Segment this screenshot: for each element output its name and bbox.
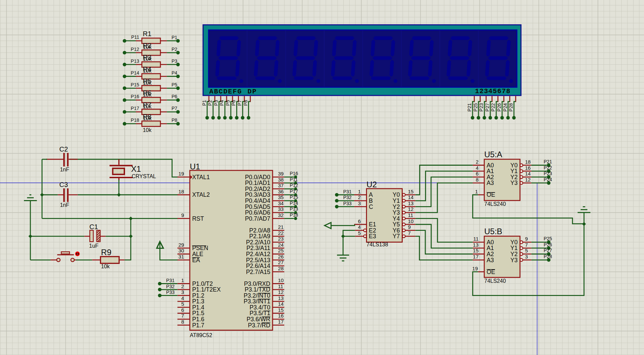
svg-text:P28: P28 [508, 103, 514, 112]
svg-text:P27: P27 [544, 248, 552, 253]
svg-text:1: 1 [358, 189, 361, 194]
svg-text:P33: P33 [166, 290, 175, 295]
svg-text:5: 5 [358, 230, 361, 236]
svg-text:C2: C2 [59, 145, 68, 153]
svg-text:10: 10 [408, 218, 414, 224]
svg-text:P22: P22 [490, 103, 496, 112]
svg-text:1: 1 [181, 277, 184, 283]
svg-text:P5: P5 [225, 100, 231, 106]
svg-text:16: 16 [525, 165, 531, 171]
svg-text:19: 19 [472, 266, 478, 271]
svg-text:9: 9 [408, 224, 411, 230]
svg-text:21: 21 [278, 224, 284, 230]
svg-text:C: C [369, 203, 373, 210]
svg-text:P1: P1 [202, 100, 207, 106]
svg-text:P3: P3 [172, 58, 177, 64]
svg-text:P21: P21 [544, 159, 552, 164]
svg-text:P3: P3 [213, 100, 219, 106]
svg-text:74LS240: 74LS240 [484, 201, 506, 207]
svg-text:14: 14 [278, 301, 284, 307]
svg-text:P12: P12 [290, 183, 298, 188]
svg-text:18: 18 [525, 159, 531, 165]
svg-text:25: 25 [278, 248, 284, 253]
svg-text:P33: P33 [343, 201, 351, 206]
svg-text:P23: P23 [544, 171, 552, 176]
svg-text:Y7: Y7 [393, 233, 400, 240]
svg-text:11: 11 [278, 283, 283, 289]
svg-text:U5:A: U5:A [484, 150, 502, 159]
svg-text:34: 34 [278, 200, 284, 206]
svg-text:P4: P4 [172, 70, 177, 76]
svg-text:1: 1 [475, 189, 478, 194]
svg-text:P14: P14 [131, 70, 139, 76]
svg-text:10: 10 [278, 277, 284, 283]
svg-text:P0.7/AD7: P0.7/AD7 [245, 215, 270, 222]
svg-text:3: 3 [525, 254, 528, 260]
svg-text:P17: P17 [131, 106, 139, 111]
svg-text:10k: 10k [101, 264, 110, 269]
svg-text:P23: P23 [479, 103, 484, 112]
svg-text:P15: P15 [290, 194, 298, 200]
svg-text:P32: P32 [343, 195, 351, 200]
svg-text:39: 39 [278, 171, 284, 176]
svg-text:R7: R7 [143, 101, 152, 109]
svg-text:R8: R8 [143, 113, 152, 120]
svg-text:19: 19 [179, 171, 184, 176]
svg-text:11: 11 [473, 236, 479, 242]
svg-text:23: 23 [278, 236, 284, 242]
svg-text:5: 5 [181, 301, 184, 307]
svg-text:P32: P32 [166, 284, 175, 289]
svg-text:26: 26 [278, 254, 284, 260]
svg-text:P25: P25 [473, 103, 478, 112]
svg-text:4: 4 [358, 224, 361, 230]
svg-text:R3: R3 [143, 54, 152, 61]
svg-text:A3: A3 [487, 257, 494, 264]
svg-text:7: 7 [181, 313, 184, 319]
svg-text:30: 30 [179, 248, 184, 253]
svg-text:31: 31 [179, 254, 184, 260]
svg-text:18: 18 [179, 189, 184, 194]
svg-text:XTAL2: XTAL2 [192, 191, 210, 198]
svg-text:22: 22 [278, 230, 284, 236]
svg-text:17: 17 [473, 254, 479, 260]
svg-text:32: 32 [278, 212, 284, 218]
svg-text:R4: R4 [143, 65, 152, 73]
svg-text:P16: P16 [131, 94, 139, 99]
svg-text:15: 15 [408, 189, 414, 194]
svg-text:P22: P22 [544, 165, 552, 170]
svg-text:X1: X1 [131, 164, 141, 173]
svg-text:P11: P11 [131, 34, 139, 40]
svg-text:7: 7 [525, 242, 528, 248]
svg-text:P5: P5 [172, 82, 177, 87]
svg-text:36: 36 [278, 189, 284, 194]
svg-text:7: 7 [408, 230, 411, 236]
svg-text:P11: P11 [290, 177, 298, 182]
svg-text:1nF: 1nF [60, 202, 69, 208]
svg-text:9: 9 [525, 236, 528, 242]
svg-text:P24: P24 [502, 103, 508, 112]
svg-text:12: 12 [408, 206, 414, 212]
svg-text:C3: C3 [59, 181, 68, 188]
svg-text:Y3: Y3 [511, 257, 518, 264]
svg-text:74LS138: 74LS138 [367, 242, 388, 247]
svg-text:13: 13 [408, 200, 414, 206]
svg-text:3: 3 [358, 200, 361, 206]
svg-text:P28: P28 [544, 254, 552, 259]
svg-text:P27: P27 [485, 103, 490, 112]
svg-text:17: 17 [278, 319, 284, 325]
svg-text:E3: E3 [369, 233, 376, 240]
svg-text:P24: P24 [544, 177, 552, 182]
svg-text:P31: P31 [166, 278, 175, 283]
svg-text:R6: R6 [143, 89, 152, 97]
svg-text:P6: P6 [231, 100, 236, 106]
svg-text:P21: P21 [467, 103, 472, 112]
svg-text:P7: P7 [237, 100, 242, 106]
svg-text:27: 27 [278, 260, 284, 265]
svg-text:12: 12 [525, 177, 531, 183]
svg-text:XTAL1: XTAL1 [192, 174, 210, 181]
svg-text:1nF: 1nF [60, 167, 69, 172]
svg-text:ABCDEFG: ABCDEFG [209, 88, 242, 95]
svg-text:P25: P25 [544, 236, 552, 241]
svg-text:P17: P17 [290, 189, 298, 194]
svg-text:AT89C52: AT89C52 [190, 332, 212, 338]
